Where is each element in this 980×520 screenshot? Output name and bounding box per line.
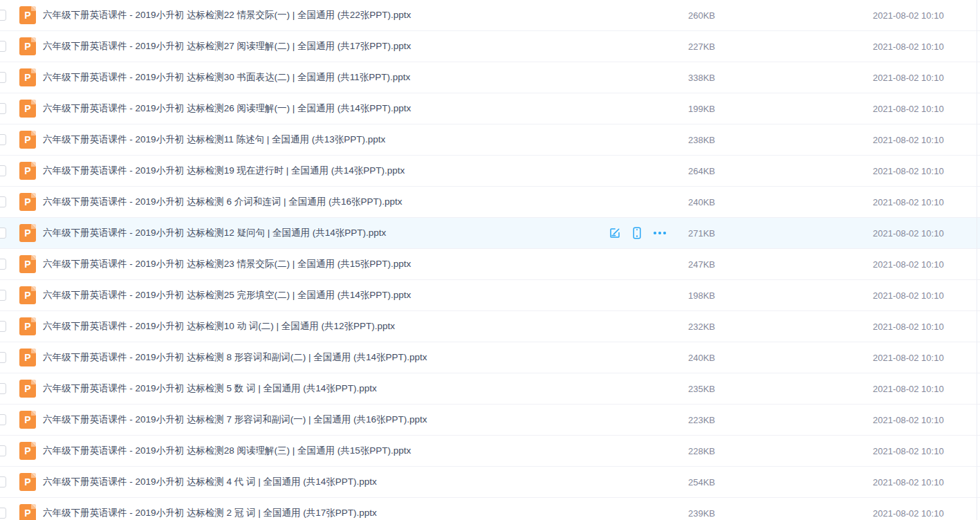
row-actions bbox=[609, 227, 667, 239]
file-size: 260KB bbox=[688, 10, 715, 21]
file-date: 2021-08-02 10:10 bbox=[873, 135, 944, 145]
file-date: 2021-08-02 10:10 bbox=[873, 384, 944, 394]
mobile-preview-icon[interactable] bbox=[631, 227, 642, 239]
ppt-file-icon: P bbox=[19, 380, 36, 398]
file-row[interactable]: P 六年级下册英语课件 - 2019小升初 达标检测28 阅读理解(三) | 全… bbox=[0, 436, 980, 467]
file-name[interactable]: 六年级下册英语课件 - 2019小升初 达标检测 7 形容词和副词(一) | 全… bbox=[43, 414, 427, 426]
ppt-file-icon: P bbox=[19, 349, 36, 366]
row-checkbox[interactable] bbox=[0, 259, 6, 270]
row-checkbox[interactable] bbox=[0, 508, 6, 519]
row-checkbox[interactable] bbox=[0, 414, 6, 425]
file-name[interactable]: 六年级下册英语课件 - 2019小升初 达标检测28 阅读理解(三) | 全国通… bbox=[43, 445, 411, 457]
file-date: 2021-08-02 10:10 bbox=[873, 290, 944, 301]
file-size: 227KB bbox=[688, 41, 715, 52]
file-date: 2021-08-02 10:10 bbox=[873, 166, 944, 176]
edit-icon[interactable] bbox=[609, 227, 621, 239]
row-checkbox[interactable] bbox=[0, 165, 6, 176]
file-size: 238KB bbox=[688, 135, 715, 145]
row-checkbox[interactable] bbox=[0, 10, 6, 21]
more-actions-icon[interactable] bbox=[653, 231, 667, 235]
file-name[interactable]: 六年级下册英语课件 - 2019小升初 达标检测12 疑问句 | 全国通用 (共… bbox=[43, 227, 386, 239]
file-row[interactable]: P 六年级下册英语课件 - 2019小升初 达标检测11 陈述句 | 全国通用 … bbox=[0, 124, 980, 156]
file-size: 239KB bbox=[688, 508, 715, 519]
row-checkbox[interactable] bbox=[0, 290, 6, 301]
row-checkbox[interactable] bbox=[0, 196, 6, 207]
file-date: 2021-08-02 10:10 bbox=[873, 353, 944, 363]
file-name[interactable]: 六年级下册英语课件 - 2019小升初 达标检测27 阅读理解(二) | 全国通… bbox=[43, 40, 411, 53]
row-checkbox[interactable] bbox=[0, 41, 6, 52]
ppt-file-icon: P bbox=[19, 255, 36, 273]
file-date: 2021-08-02 10:10 bbox=[873, 322, 944, 332]
row-checkbox[interactable] bbox=[0, 228, 6, 239]
file-row[interactable]: P 六年级下册英语课件 - 2019小升初 达标检测10 动 词(二) | 全国… bbox=[0, 311, 980, 342]
file-name[interactable]: 六年级下册英语课件 - 2019小升初 达标检测 2 冠 词 | 全国通用 (共… bbox=[43, 507, 377, 519]
ppt-file-icon: P bbox=[19, 286, 36, 304]
file-name[interactable]: 六年级下册英语课件 - 2019小升初 达标检测25 完形填空(二) | 全国通… bbox=[43, 289, 411, 301]
file-name[interactable]: 六年级下册英语课件 - 2019小升初 达标检测 5 数 词 | 全国通用 (共… bbox=[43, 382, 377, 395]
ppt-file-icon: P bbox=[19, 100, 36, 118]
file-date: 2021-08-02 10:10 bbox=[873, 197, 944, 207]
file-row[interactable]: P 六年级下册英语课件 - 2019小升初 达标检测12 疑问句 | 全国通用 … bbox=[0, 218, 980, 249]
file-date: 2021-08-02 10:10 bbox=[873, 477, 944, 488]
file-row[interactable]: P 六年级下册英语课件 - 2019小升初 达标检测26 阅读理解(一) | 全… bbox=[0, 93, 980, 124]
file-name[interactable]: 六年级下册英语课件 - 2019小升初 达标检测30 书面表达(二) | 全国通… bbox=[43, 71, 410, 84]
row-checkbox[interactable] bbox=[0, 72, 6, 83]
file-row[interactable]: P 六年级下册英语课件 - 2019小升初 达标检测27 阅读理解(二) | 全… bbox=[0, 31, 980, 62]
file-date: 2021-08-02 10:10 bbox=[873, 228, 944, 239]
ppt-file-icon: P bbox=[19, 411, 36, 429]
file-size: 223KB bbox=[688, 415, 715, 425]
file-name[interactable]: 六年级下册英语课件 - 2019小升初 达标检测 6 介词和连词 | 全国通用 … bbox=[43, 196, 403, 208]
ppt-file-icon: P bbox=[19, 504, 36, 520]
file-size: 198KB bbox=[688, 290, 715, 301]
file-size: 199KB bbox=[688, 104, 715, 114]
row-checkbox[interactable] bbox=[0, 134, 6, 145]
file-size: 264KB bbox=[688, 166, 715, 176]
file-date: 2021-08-02 10:10 bbox=[873, 446, 944, 456]
file-name[interactable]: 六年级下册英语课件 - 2019小升初 达标检测26 阅读理解(一) | 全国通… bbox=[43, 102, 411, 115]
ppt-file-icon: P bbox=[19, 473, 36, 491]
file-name[interactable]: 六年级下册英语课件 - 2019小升初 达标检测 4 代 词 | 全国通用 (共… bbox=[43, 476, 377, 488]
file-name[interactable]: 六年级下册英语课件 - 2019小升初 达标检测11 陈述句 | 全国通用 (共… bbox=[43, 133, 385, 146]
file-name[interactable]: 六年级下册英语课件 - 2019小升初 达标检测23 情景交际(二) | 全国通… bbox=[43, 258, 411, 270]
file-size: 338KB bbox=[688, 73, 715, 83]
row-checkbox[interactable] bbox=[0, 476, 6, 488]
file-date: 2021-08-02 10:10 bbox=[873, 104, 944, 114]
file-size: 240KB bbox=[688, 353, 715, 363]
row-checkbox[interactable] bbox=[0, 445, 6, 456]
ppt-file-icon: P bbox=[19, 224, 36, 242]
file-row[interactable]: P 六年级下册英语课件 - 2019小升初 达标检测 2 冠 词 | 全国通用 … bbox=[0, 498, 980, 520]
row-checkbox[interactable] bbox=[0, 103, 6, 114]
file-date: 2021-08-02 10:10 bbox=[873, 41, 944, 52]
file-name[interactable]: 六年级下册英语课件 - 2019小升初 达标检测 8 形容词和副词(二) | 全… bbox=[43, 351, 427, 364]
file-row[interactable]: P 六年级下册英语课件 - 2019小升初 达标检测 6 介词和连词 | 全国通… bbox=[0, 187, 980, 218]
file-row[interactable]: P 六年级下册英语课件 - 2019小升初 达标检测 4 代 词 | 全国通用 … bbox=[0, 467, 980, 498]
file-date: 2021-08-02 10:10 bbox=[873, 259, 944, 270]
ppt-file-icon: P bbox=[19, 68, 36, 86]
file-row[interactable]: P 六年级下册英语课件 - 2019小升初 达标检测 7 形容词和副词(一) |… bbox=[0, 405, 980, 436]
file-row[interactable]: P 六年级下册英语课件 - 2019小升初 达标检测 5 数 词 | 全国通用 … bbox=[0, 373, 980, 405]
table-right-border bbox=[977, 0, 977, 520]
file-row[interactable]: P 六年级下册英语课件 - 2019小升初 达标检测 8 形容词和副词(二) |… bbox=[0, 342, 980, 373]
file-size: 271KB bbox=[688, 228, 715, 239]
ppt-file-icon: P bbox=[19, 6, 36, 24]
row-checkbox[interactable] bbox=[0, 352, 6, 363]
file-row[interactable]: P 六年级下册英语课件 - 2019小升初 达标检测23 情景交际(二) | 全… bbox=[0, 249, 980, 280]
file-row[interactable]: P 六年级下册英语课件 - 2019小升初 达标检测25 完形填空(二) | 全… bbox=[0, 280, 980, 311]
ppt-file-icon: P bbox=[19, 131, 36, 149]
file-size: 232KB bbox=[688, 322, 715, 332]
file-size: 235KB bbox=[688, 384, 715, 394]
file-name[interactable]: 六年级下册英语课件 - 2019小升初 达标检测22 情景交际(一) | 全国通… bbox=[43, 9, 411, 21]
file-date: 2021-08-02 10:10 bbox=[873, 73, 944, 83]
ppt-file-icon: P bbox=[19, 162, 36, 180]
ppt-file-icon: P bbox=[19, 193, 36, 211]
file-list: P 六年级下册英语课件 - 2019小升初 达标检测22 情景交际(一) | 全… bbox=[0, 0, 980, 520]
row-checkbox[interactable] bbox=[0, 321, 6, 332]
file-name[interactable]: 六年级下册英语课件 - 2019小升初 达标检测10 动 词(二) | 全国通用… bbox=[43, 320, 395, 333]
ppt-file-icon: P bbox=[19, 317, 36, 335]
file-size: 228KB bbox=[688, 446, 715, 456]
file-row[interactable]: P 六年级下册英语课件 - 2019小升初 达标检测30 书面表达(二) | 全… bbox=[0, 62, 980, 93]
file-row[interactable]: P 六年级下册英语课件 - 2019小升初 达标检测22 情景交际(一) | 全… bbox=[0, 0, 980, 31]
row-checkbox[interactable] bbox=[0, 383, 6, 394]
file-name[interactable]: 六年级下册英语课件 - 2019小升初 达标检测19 现在进行时 | 全国通用 … bbox=[43, 165, 405, 177]
file-row[interactable]: P 六年级下册英语课件 - 2019小升初 达标检测19 现在进行时 | 全国通… bbox=[0, 156, 980, 187]
